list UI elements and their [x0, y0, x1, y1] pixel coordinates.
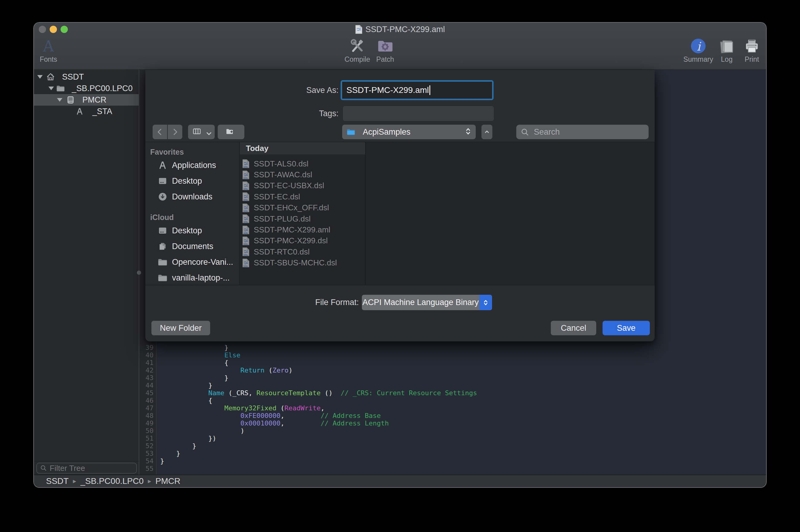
view-mode-button[interactable]: [188, 125, 215, 139]
sidebar-item-Opencore-Vani-[interactable]: Opencore-Vani...: [145, 254, 239, 270]
file-row[interactable]: DSLSSDT-EC-USBX.dsl: [240, 180, 365, 191]
line-number: 40: [139, 352, 156, 359]
window-header: SSDT-PMC-X299.aml A Fonts Compile Patch …: [34, 23, 766, 70]
code-text: Else: [156, 352, 240, 359]
sidebar-section-iCloud: iCloud: [145, 212, 239, 223]
new-folder-icon: [225, 127, 237, 137]
code-line: 39 }: [139, 344, 766, 352]
main-content: SSDT_SB.PC00.LPC0PMCR_STA Filter Tree 39…: [34, 70, 766, 475]
fonts-icon: A: [40, 37, 57, 55]
chevron-left-icon: [155, 127, 164, 136]
breadcrumb-item[interactable]: _SB.PC00.LPC0: [80, 476, 144, 486]
file-format-value: ACPI Machine Language Binary: [362, 298, 479, 307]
print-button[interactable]: Print: [734, 37, 766, 63]
disclosure-triangle-icon[interactable]: [37, 75, 43, 79]
code-line: 51 }): [139, 435, 766, 442]
filter-tree-placeholder: Filter Tree: [50, 463, 85, 473]
disclosure-triangle-icon[interactable]: [57, 98, 62, 102]
maciasl-window: SSDT-PMC-X299.aml A Fonts Compile Patch …: [34, 23, 766, 487]
fonts-button[interactable]: A Fonts: [34, 37, 67, 63]
app-a-icon: [75, 107, 84, 116]
tags-input[interactable]: [343, 106, 494, 121]
line-number: 41: [139, 359, 156, 366]
splitter-handle[interactable]: [137, 270, 141, 275]
status-bar: SSDT▸_SB.PC00.LPC0▸PMCR: [34, 475, 766, 487]
save-as-input[interactable]: SSDT-PMC-X299.aml: [341, 80, 494, 100]
code-text: 0x00010000, // Address Length: [156, 419, 389, 427]
file-row[interactable]: DSLSSDT-PMC-X299.dsl: [240, 235, 365, 246]
code-line: 49 0x00010000, // Address Length: [139, 419, 766, 427]
code-line: 55: [139, 465, 766, 472]
code-text: }: [156, 442, 196, 450]
file-row[interactable]: DSLSSDT-AWAC.dsl: [240, 169, 365, 180]
file-format-popup[interactable]: ACPI Machine Language Binary: [362, 295, 492, 310]
tree-item-label: SSDT: [62, 71, 84, 82]
save-button[interactable]: Save: [602, 321, 650, 335]
patch-button[interactable]: Patch: [367, 37, 403, 63]
tree-item--STA[interactable]: _STA: [34, 106, 139, 117]
file-name: SSDT-PMC-X299.aml: [254, 225, 330, 234]
location-popup[interactable]: AcpiSamples: [342, 125, 476, 139]
line-number: 45: [139, 389, 156, 397]
sidebar-item-vanilla-laptop-[interactable]: vanilla-laptop-...: [145, 270, 239, 286]
sidebar-item-Downloads[interactable]: Downloads: [145, 189, 239, 205]
location-value: AcpiSamples: [363, 127, 462, 137]
code-text: }: [156, 382, 212, 389]
file-row[interactable]: DSLSSDT-EC.dsl: [240, 191, 365, 202]
sidebar-item-label: Desktop: [172, 226, 202, 235]
line-number: 49: [139, 419, 156, 427]
code-line: 43 }: [139, 374, 766, 382]
file-name: SSDT-EC.dsl: [254, 192, 300, 202]
file-row[interactable]: DSLSSDT-EHCx_OFF.dsl: [240, 203, 365, 213]
document-icon: DSL: [242, 247, 249, 256]
breadcrumb-item[interactable]: PMCR: [155, 476, 180, 486]
sidebar-item-Applications[interactable]: Applications: [145, 157, 239, 173]
collapse-sheet-button[interactable]: [481, 125, 492, 139]
file-name: SSDT-ALS0.dsl: [254, 159, 309, 169]
file-row[interactable]: DSLSSDT-ALS0.dsl: [240, 158, 365, 169]
chevron-right-icon: [170, 127, 180, 136]
cancel-button[interactable]: Cancel: [551, 321, 596, 335]
breadcrumb-item[interactable]: SSDT: [46, 476, 69, 486]
line-number: 42: [139, 366, 156, 374]
forward-button[interactable]: [168, 125, 182, 139]
tree-item-SSDT[interactable]: SSDT: [34, 71, 139, 82]
sidebar-item-Desktop[interactable]: Desktop: [145, 173, 239, 189]
tree-item-PMCR[interactable]: PMCR: [34, 94, 139, 106]
line-number: 48: [139, 412, 156, 419]
compile-icon: [349, 37, 366, 55]
file-name: SSDT-SBUS-MCHC.dsl: [254, 258, 337, 267]
filter-tree-input[interactable]: Filter Tree: [36, 463, 137, 474]
disclosure-triangle-icon[interactable]: [49, 87, 54, 90]
file-list-column: Today DSLSSDT-ALS0.dslDSLSSDT-AWAC.dslDS…: [240, 142, 366, 285]
code-line: 40 Else: [139, 352, 766, 359]
document-icon: DSL: [242, 159, 249, 168]
line-number: 52: [139, 442, 156, 450]
line-number: 51: [139, 435, 156, 442]
sidebar-item-label: Applications: [172, 161, 216, 170]
search-input[interactable]: Search: [516, 125, 649, 139]
document-icon: [355, 25, 362, 34]
desktop-icon: [157, 225, 168, 236]
new-folder-button[interactable]: New Folder: [151, 321, 210, 335]
file-row[interactable]: DSLSSDT-SBUS-MCHC.dsl: [240, 258, 365, 268]
sidebar-item-Desktop[interactable]: Desktop: [145, 223, 239, 239]
svg-text:A: A: [43, 37, 55, 55]
document-icon: DSL: [242, 259, 249, 267]
line-number: 55: [139, 465, 156, 472]
sidebar-item-label: Documents: [172, 242, 213, 251]
code-text: }: [156, 374, 228, 382]
titlebar: SSDT-PMC-X299.aml: [34, 23, 766, 36]
columns-view-icon: [192, 127, 203, 137]
folder-gray-icon: [56, 84, 65, 93]
sidebar-item-label: vanilla-laptop-...: [172, 273, 230, 283]
back-button[interactable]: [153, 125, 167, 139]
file-row[interactable]: DSLSSDT-PLUG.dsl: [240, 213, 365, 224]
new-folder-icon-button[interactable]: [218, 125, 244, 139]
file-row[interactable]: AMLSSDT-PMC-X299.aml: [240, 224, 365, 235]
chevron-down-icon: [204, 129, 210, 135]
sidebar-item-Documents[interactable]: Documents: [145, 239, 239, 254]
file-row[interactable]: DSLSSDT-RTC0.dsl: [240, 246, 365, 257]
search-placeholder: Search: [534, 127, 560, 137]
tree-item--SB-PC00-LPC0[interactable]: _SB.PC00.LPC0: [34, 82, 139, 94]
